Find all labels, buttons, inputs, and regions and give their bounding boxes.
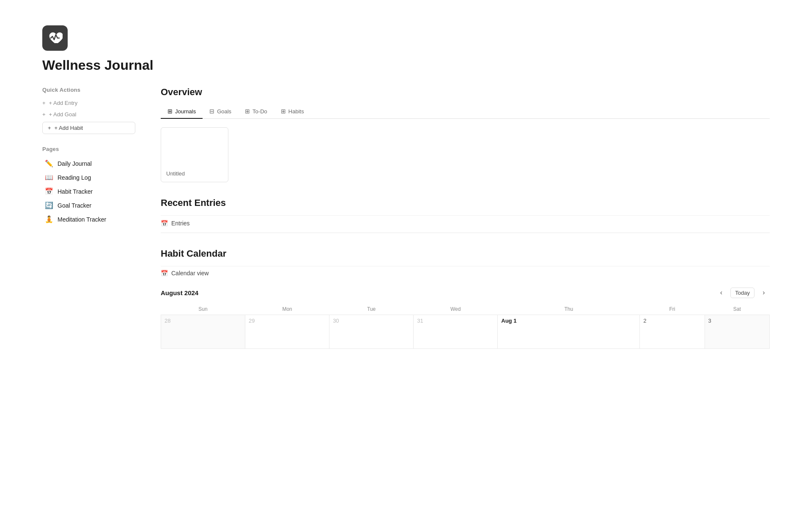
journals-tab-icon: ⊞ <box>167 108 173 115</box>
calendar-next-button[interactable]: › <box>758 287 770 299</box>
tab-habits[interactable]: ⊞ Habits <box>274 104 311 119</box>
entries-divider <box>161 233 770 233</box>
calendar-day-29[interactable]: 29 <box>245 315 329 349</box>
calendar-day-3[interactable]: 3 <box>705 315 769 349</box>
journal-card-title: Untitled <box>166 170 223 177</box>
app-icon <box>42 25 68 51</box>
sidebar-item-habit-tracker[interactable]: 📅 Habit Tracker <box>42 184 135 198</box>
pages-title: Pages <box>42 146 135 152</box>
day-thu: Thu <box>498 304 640 315</box>
goal-tracker-icon: 🔄 <box>45 201 53 209</box>
habit-calendar-title: Habit Calendar <box>161 248 770 259</box>
tab-todo[interactable]: ⊞ To-Do <box>238 104 274 119</box>
sidebar-item-daily-journal[interactable]: ✏️ Daily Journal <box>42 156 135 170</box>
sidebar-item-goal-tracker[interactable]: 🔄 Goal Tracker <box>42 198 135 212</box>
app-title: Wellness Journal <box>42 58 770 73</box>
recent-entries-section: Recent Entries 📅 Entries <box>161 197 770 233</box>
plus-icon: + <box>42 111 46 118</box>
plus-icon: + <box>48 125 51 131</box>
habit-tracker-icon: 📅 <box>45 187 53 195</box>
day-fri: Fri <box>640 304 705 315</box>
tab-journals[interactable]: ⊞ Journals <box>161 104 203 119</box>
sidebar-item-meditation-tracker[interactable]: 🧘 Meditation Tracker <box>42 212 135 226</box>
calendar-day-2[interactable]: 2 <box>640 315 705 349</box>
calendar-view-link[interactable]: 📅 Calendar view <box>161 266 770 280</box>
entries-link[interactable]: 📅 Entries <box>161 215 770 231</box>
calendar-header: August 2024 ‹ Today › <box>161 287 770 299</box>
overview-section: Overview ⊞ Journals ⊟ Goals ⊞ To-Do <box>161 87 770 182</box>
calendar-day-30[interactable]: 30 <box>329 315 414 349</box>
day-wed: Wed <box>414 304 498 315</box>
add-goal-button[interactable]: + + Add Goal <box>42 109 135 120</box>
calendar-today-button[interactable]: Today <box>730 288 754 298</box>
entries-icon: 📅 <box>161 220 168 227</box>
add-habit-button[interactable]: + + Add Habit <box>42 122 135 134</box>
calendar-icon: 📅 <box>161 270 168 277</box>
main-content: Overview ⊞ Journals ⊟ Goals ⊞ To-Do <box>161 87 770 349</box>
daily-journal-icon: ✏️ <box>45 159 53 167</box>
calendar-days-header: Sun Mon Tue Wed Thu Fri Sat <box>161 304 770 315</box>
quick-actions-section: Quick Actions + + Add Entry + + Add Goal… <box>42 87 135 134</box>
day-sun: Sun <box>161 304 245 315</box>
calendar-month: August 2024 <box>161 289 198 296</box>
calendar-nav: ‹ Today › <box>715 287 770 299</box>
overview-tabs: ⊞ Journals ⊟ Goals ⊞ To-Do ⊞ Habits <box>161 104 770 119</box>
day-mon: Mon <box>245 304 329 315</box>
calendar-day-28[interactable]: 28 <box>161 315 245 349</box>
calendar-week-1: 28 29 30 31 Aug 1 2 3 <box>161 315 770 349</box>
day-sat: Sat <box>705 304 769 315</box>
add-entry-button[interactable]: + + Add Entry <box>42 97 135 109</box>
goals-tab-icon: ⊟ <box>209 108 214 115</box>
pages-section: Pages ✏️ Daily Journal 📖 Reading Log 📅 H… <box>42 146 135 226</box>
sidebar-item-reading-log[interactable]: 📖 Reading Log <box>42 170 135 184</box>
overview-title: Overview <box>161 87 770 98</box>
meditation-tracker-icon: 🧘 <box>45 215 53 223</box>
page-header: Wellness Journal <box>42 25 770 73</box>
journal-card-untitled[interactable]: Untitled <box>161 127 228 182</box>
recent-entries-title: Recent Entries <box>161 197 770 208</box>
quick-actions-title: Quick Actions <box>42 87 135 93</box>
calendar-table: Sun Mon Tue Wed Thu Fri Sat 28 29 <box>161 304 770 349</box>
calendar-prev-button[interactable]: ‹ <box>715 287 727 299</box>
sidebar: Quick Actions + + Add Entry + + Add Goal… <box>42 87 135 226</box>
calendar-day-31[interactable]: 31 <box>414 315 498 349</box>
reading-log-icon: 📖 <box>45 173 53 181</box>
habits-tab-icon: ⊞ <box>281 108 286 115</box>
plus-icon: + <box>42 100 46 106</box>
day-tue: Tue <box>329 304 414 315</box>
habit-calendar-section: Habit Calendar 📅 Calendar view August 20… <box>161 248 770 349</box>
tab-goals[interactable]: ⊟ Goals <box>203 104 238 119</box>
todo-tab-icon: ⊞ <box>245 108 250 115</box>
calendar-day-aug1[interactable]: Aug 1 <box>498 315 640 349</box>
